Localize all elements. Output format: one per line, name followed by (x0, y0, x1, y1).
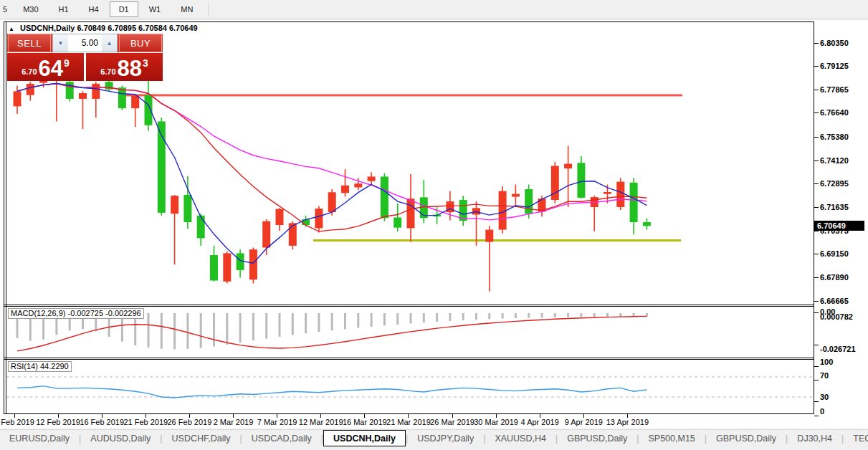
volume-stepper: ▼ ▲ (52, 34, 118, 52)
date-axis-label: 16 Feb 2019 (80, 418, 124, 426)
sell-price-main: 64 (39, 59, 63, 79)
macd-axis-label: -0.026721 (820, 345, 856, 354)
date-axis-label: 26 Mar 2019 (430, 418, 474, 426)
date-axis-label: 7 Feb 2019 (0, 418, 34, 426)
price-axis-label: 6.75380 (820, 133, 849, 142)
sell-price-pip: 9 (64, 57, 70, 69)
date-axis-label: 13 Apr 2019 (606, 418, 649, 426)
tab-eurusd-daily[interactable]: EURUSD,Daily (0, 430, 79, 446)
date-axis-label: 7 Mar 2019 (257, 418, 297, 426)
date-axis-label: 12 Mar 2019 (299, 418, 343, 426)
rsi-axis-label: 100 (820, 358, 833, 367)
buy-price-pip: 3 (143, 57, 148, 69)
ohlc-open: 6.70849 (77, 24, 105, 32)
application-window: 5M30H1H4D1W1MN ▲ USDCNH,Daily 6.70849 6.… (0, 0, 868, 450)
rsi-axis-label: 70 (820, 371, 829, 380)
tab-usdcad-daily[interactable]: USDCAD,Daily (242, 430, 321, 446)
symbol-title: USDCNH,Daily (20, 24, 75, 32)
date-axis-label: 12 Feb 2019 (36, 418, 80, 426)
buy-price-main: 88 (118, 59, 142, 79)
one-click-trade-panel: SELL ▼ ▲ BUY 6.70 64 9 6.70 88 3 (7, 34, 163, 81)
tab-gbpusd-daily[interactable]: GBPUSD,Daily (707, 430, 786, 446)
date-axis-label: 4 Apr 2019 (521, 418, 559, 426)
support-line (313, 239, 681, 241)
collapse-triangle-icon[interactable]: ▲ (9, 26, 14, 32)
tab-dj30-h4[interactable]: DJ30,H4 (788, 430, 841, 446)
resistance-line (120, 94, 682, 96)
trade-prices-row: 6.70 64 9 6.70 88 3 (7, 53, 163, 81)
symbol-tab-bar: EURUSD,Daily|AUDUSD,Daily|USDCHF,Daily|U… (0, 429, 868, 446)
macd-axis-label: 0.000782 (820, 312, 853, 322)
rsi-panel (6, 377, 814, 398)
buy-price-display[interactable]: 6.70 88 3 (86, 53, 163, 81)
tab-usdjpy-daily[interactable]: USDJPY,Daily (408, 430, 483, 446)
macd-label: MACD(12,26,9) -0.002725 -0.002296 (8, 308, 144, 319)
date-axis-label: 21 Mar 2019 (386, 418, 431, 426)
volume-increase-button[interactable]: ▲ (102, 34, 117, 52)
price-axis-label: 6.79125 (820, 62, 849, 71)
sell-button[interactable]: SELL (8, 34, 51, 52)
date-axis-label: 2 Mar 2019 (214, 418, 254, 426)
tab-tech100-h1[interactable]: TECH100,H1 (844, 430, 868, 446)
price-axis-label: 6.80350 (820, 39, 849, 48)
rsi-label: RSI(14) 44.2290 (8, 361, 72, 372)
price-axis-label: 6.76640 (820, 108, 849, 118)
date-axis-label: 26 Feb 2019 (168, 418, 212, 426)
ohlc-close: 6.70649 (169, 24, 198, 32)
date-axis-label: 21 Feb 2019 (123, 418, 168, 426)
price-axis-label: 6.67890 (820, 273, 849, 282)
candlesticks (14, 77, 651, 292)
tab-audusd-daily[interactable]: AUDUSD,Daily (81, 430, 160, 446)
ohlc-high: 6.70895 (108, 24, 136, 32)
volume-decrease-button[interactable]: ▼ (53, 34, 68, 52)
date-axis-label: 16 Mar 2019 (343, 418, 387, 426)
chart-title-bar: ▲ USDCNH,Daily 6.70849 6.70895 6.70584 6… (9, 24, 198, 32)
sell-price-display[interactable]: 6.70 64 9 (7, 53, 84, 81)
tab-gbpusd-daily[interactable]: GBPUSD,Daily (558, 430, 636, 446)
volume-input[interactable] (68, 34, 102, 52)
current-price-tag: 6.70649 (814, 221, 864, 231)
rsi-axis-label: 0 (820, 407, 824, 416)
price-axis-label: 6.72895 (820, 179, 849, 188)
buy-button[interactable]: BUY (119, 34, 162, 52)
date-axis-label: 30 Mar 2019 (474, 418, 518, 426)
sell-price-prefix: 6.70 (22, 67, 37, 76)
tab-usdcnh-daily[interactable]: USDCNH,Daily (323, 430, 406, 446)
price-axis-label: 6.77865 (820, 85, 849, 95)
price-axis-label: 6.74120 (820, 156, 849, 166)
buy-price-prefix: 6.70 (100, 67, 115, 76)
tab-sp500-m15[interactable]: SP500,M15 (639, 430, 704, 446)
price-axis-label: 6.66665 (820, 297, 849, 306)
date-axis-label: 9 Apr 2019 (565, 418, 603, 426)
price-axis-label: 6.71635 (820, 203, 849, 212)
price-axis-label: 6.69150 (820, 249, 849, 259)
rsi-axis-label: 30 (820, 393, 829, 402)
ohlc-low: 6.70584 (138, 24, 167, 32)
tab-xauusd-h4[interactable]: XAUUSD,H4 (485, 430, 555, 446)
trade-buttons-row: SELL ▼ ▲ BUY (7, 34, 163, 52)
tab-usdchf-daily[interactable]: USDCHF,Daily (163, 430, 240, 446)
